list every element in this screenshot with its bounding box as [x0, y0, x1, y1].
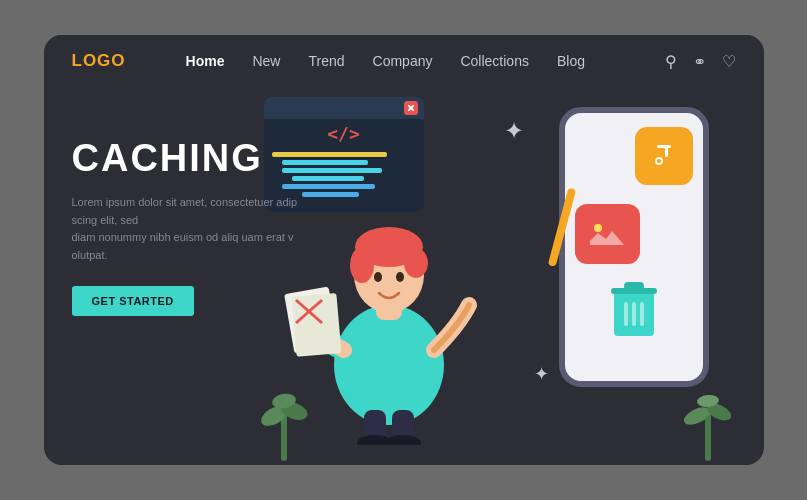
heart-icon[interactable]: ♡ [722, 52, 736, 71]
svg-rect-10 [632, 302, 636, 326]
music-card [635, 127, 693, 185]
svg-rect-9 [624, 302, 628, 326]
navbar: LOGO Home New Trend Company Collections … [44, 35, 764, 87]
svg-point-5 [594, 224, 602, 232]
svg-point-18 [404, 248, 428, 278]
close-icon [404, 101, 418, 115]
search-icon[interactable]: ⚲ [665, 52, 677, 71]
hero-description: Lorem ipsum dolor sit amet, consectetuer… [72, 194, 302, 264]
nav-home[interactable]: Home [186, 53, 225, 69]
svg-rect-4 [590, 219, 624, 250]
nav-trend[interactable]: Trend [308, 53, 344, 69]
svg-point-13 [334, 305, 444, 425]
sparkle-top: ✦ [504, 117, 524, 145]
image-card [575, 204, 640, 264]
main-content: CACHING Lorem ipsum dolor sit amet, cons… [44, 87, 764, 465]
nav-icon-group: ⚲ ⚭ ♡ [665, 52, 736, 71]
svg-point-19 [374, 272, 382, 282]
svg-point-20 [396, 272, 404, 282]
phone-top [573, 123, 695, 189]
nav-blog[interactable]: Blog [557, 53, 585, 69]
nav-collections[interactable]: Collections [460, 53, 528, 69]
nav-links: Home New Trend Company Collections Blog [186, 53, 665, 69]
svg-rect-8 [624, 282, 644, 290]
svg-rect-0 [657, 145, 671, 148]
svg-rect-12 [547, 188, 575, 267]
svg-point-17 [350, 247, 374, 283]
phone-mockup [559, 107, 709, 387]
logo: LOGO [72, 51, 126, 71]
code-window-header [264, 97, 424, 119]
hero-content: CACHING Lorem ipsum dolor sit amet, cons… [72, 137, 302, 316]
delete-slash [544, 187, 579, 271]
nav-new[interactable]: New [252, 53, 280, 69]
cta-button[interactable]: GET STARTED [72, 286, 194, 316]
plant-right [681, 386, 736, 465]
svg-point-3 [657, 159, 661, 163]
svg-point-28 [385, 435, 421, 445]
user-icon[interactable]: ⚭ [693, 52, 706, 71]
hero-title: CACHING [72, 137, 302, 180]
sparkle-bottom: ✦ [534, 363, 549, 385]
phone-trash-row [573, 274, 695, 346]
svg-rect-11 [640, 302, 644, 326]
svg-rect-1 [665, 145, 668, 157]
browser-window: LOGO Home New Trend Company Collections … [44, 35, 764, 465]
character-illustration [284, 135, 494, 445]
trash-icon [608, 280, 660, 340]
nav-company[interactable]: Company [373, 53, 433, 69]
phone-image-row [573, 197, 695, 266]
